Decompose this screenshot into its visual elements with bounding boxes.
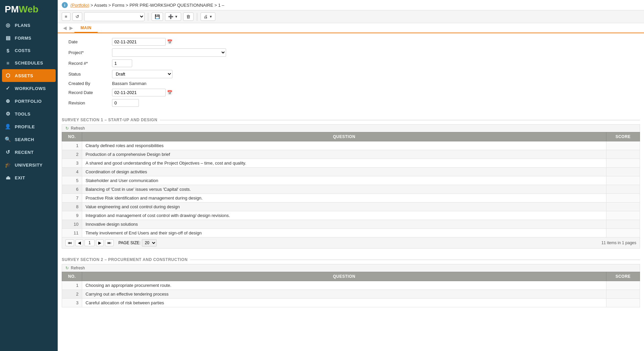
survey1-prev-page[interactable]: ◀ (75, 239, 83, 246)
status-row: Status Draft (68, 70, 633, 78)
survey1-header: SURVEY SECTION 1 – START-UP AND DESIGN (62, 114, 640, 124)
row-question: Carrying out an effective tendering proc… (82, 290, 606, 299)
survey1-page-input[interactable] (85, 239, 95, 246)
table-row: 6Balancing of 'Cost in use' issues versu… (62, 185, 640, 194)
sidebar-item-plans[interactable]: ◎PLANS (0, 19, 58, 32)
tools-icon: ⚙ (5, 111, 11, 117)
survey2-table: NO. QUESTION SCORE 1Choosing an appropri… (62, 272, 640, 307)
tab-nav-right[interactable]: ▶ (68, 24, 74, 32)
save-button[interactable]: 💾 (152, 12, 163, 21)
row-no: 5 (62, 176, 82, 185)
date-input[interactable] (112, 38, 166, 46)
refresh2-icon: ↻ (65, 266, 69, 270)
row-no: 3 (62, 299, 82, 307)
row-score[interactable] (606, 290, 640, 299)
sidebar-item-workflows[interactable]: ✓WORKFLOWS (0, 82, 58, 95)
record-date-row: Record Date 📅 (68, 89, 633, 96)
schedules-label: SCHEDULES (15, 60, 43, 65)
add-button[interactable]: ➕ ▼ (165, 12, 181, 21)
sidebar-item-tools[interactable]: ⚙TOOLS (0, 107, 58, 120)
logo-web: Web (19, 4, 39, 15)
workflows-label: WORKFLOWS (15, 86, 46, 91)
sidebar-item-portfolio[interactable]: ⊕PORTFOLIO (0, 95, 58, 107)
top-bar: i (Portfolio) > Assets > Forms > PPR PRE… (58, 0, 644, 10)
row-score[interactable] (606, 203, 640, 211)
save-icon: 💾 (155, 14, 160, 19)
university-icon: 🎓 (5, 162, 11, 168)
tab-bar: ◀ ▶ MAIN (58, 23, 644, 33)
sidebar-item-schedules[interactable]: ≡SCHEDULES (0, 57, 58, 69)
survey1-last-page[interactable]: ⏭ (105, 239, 114, 246)
record-date-label: Record Date (68, 90, 112, 95)
project-row: Project* (68, 48, 633, 57)
survey2-col-no: NO. (62, 272, 82, 281)
row-score[interactable] (606, 176, 640, 185)
survey2-header: SURVEY SECTION 2 – PROCUREMENT AND CONST… (62, 254, 640, 264)
row-question: Value engineering and cost control durin… (82, 203, 606, 211)
table-row: 1Clearly defined roles and responsibilit… (62, 141, 640, 150)
content-scroll[interactable]: Date 📅 Project* Record #* Status (58, 33, 644, 351)
tools-label: TOOLS (15, 112, 31, 117)
menu-icon: ≡ (65, 14, 67, 19)
record-input[interactable] (112, 59, 132, 67)
survey1-page-size[interactable]: 20 (142, 239, 157, 247)
undo-button[interactable]: ↺ (72, 12, 82, 21)
delete-button[interactable]: 🗑 (183, 12, 194, 21)
sidebar-item-university[interactable]: 🎓UNIVERSITY (0, 159, 58, 171)
table-row: 8Value engineering and cost control duri… (62, 203, 640, 211)
survey1-refresh[interactable]: ↻ Refresh (62, 124, 640, 132)
recent-icon: ↺ (5, 149, 11, 155)
row-score[interactable] (606, 229, 640, 237)
row-question: Integration and management of cost contr… (82, 211, 606, 220)
project-select[interactable] (112, 48, 226, 57)
row-score[interactable] (606, 220, 640, 229)
recent-label: RECENT (15, 150, 34, 155)
tab-main[interactable]: MAIN (74, 24, 98, 33)
survey1-col-no: NO. (62, 132, 82, 141)
row-question: Proactive Risk identification and manage… (82, 194, 606, 203)
row-no: 7 (62, 194, 82, 203)
add-dropdown-icon: ▼ (175, 15, 178, 18)
row-question: Stakeholder and User communication (82, 176, 606, 185)
record-date-calendar-icon[interactable]: 📅 (167, 90, 172, 95)
row-score[interactable] (606, 211, 640, 220)
tab-nav-left[interactable]: ◀ (62, 24, 68, 32)
record-date-input[interactable] (112, 89, 166, 96)
row-score[interactable] (606, 159, 640, 168)
workflow-select[interactable] (84, 12, 145, 21)
sidebar-item-costs[interactable]: $COSTS (0, 44, 58, 57)
sidebar-item-search[interactable]: 🔍SEARCH (0, 133, 58, 146)
row-question: Production of a comprehensive Design bri… (82, 150, 606, 159)
survey1-next-page[interactable]: ▶ (96, 239, 104, 246)
info-icon[interactable]: i (62, 2, 68, 8)
print-button[interactable]: 🖨 ▼ (201, 12, 216, 21)
print-icon: 🖨 (204, 14, 208, 19)
sidebar-item-profile[interactable]: 👤PROFILE (0, 120, 58, 133)
breadcrumb: (Portfolio) > Assets > Forms > PPR PRE-W… (70, 3, 640, 8)
sidebar-item-exit[interactable]: ⏏EXIT (0, 171, 58, 184)
row-score[interactable] (606, 168, 640, 176)
survey2-refresh[interactable]: ↻ Refresh (62, 264, 640, 272)
row-score[interactable] (606, 281, 640, 290)
sidebar-item-forms[interactable]: ▤FORMS (0, 32, 58, 44)
survey2-col-question: QUESTION (82, 272, 606, 281)
plans-icon: ◎ (5, 22, 11, 28)
row-no: 8 (62, 203, 82, 211)
status-select[interactable]: Draft (112, 70, 172, 78)
forms-label: FORMS (15, 36, 31, 41)
row-score[interactable] (606, 299, 640, 307)
row-score[interactable] (606, 194, 640, 203)
revision-input[interactable] (112, 99, 139, 107)
menu-button[interactable]: ≡ (62, 12, 70, 21)
row-score[interactable] (606, 141, 640, 150)
row-score[interactable] (606, 185, 640, 194)
survey1-page-size-label: PAGE SIZE: (118, 240, 141, 245)
date-calendar-icon[interactable]: 📅 (167, 39, 172, 44)
sidebar-item-recent[interactable]: ↺RECENT (0, 146, 58, 159)
survey1-first-page[interactable]: ⏮ (65, 239, 74, 246)
delete-icon: 🗑 (186, 14, 191, 19)
row-score[interactable] (606, 150, 640, 159)
breadcrumb-portfolio[interactable]: (Portfolio) (70, 3, 89, 8)
sidebar-item-assets[interactable]: ⬡ASSETS (2, 69, 56, 82)
logo: PMWeb (0, 0, 58, 19)
